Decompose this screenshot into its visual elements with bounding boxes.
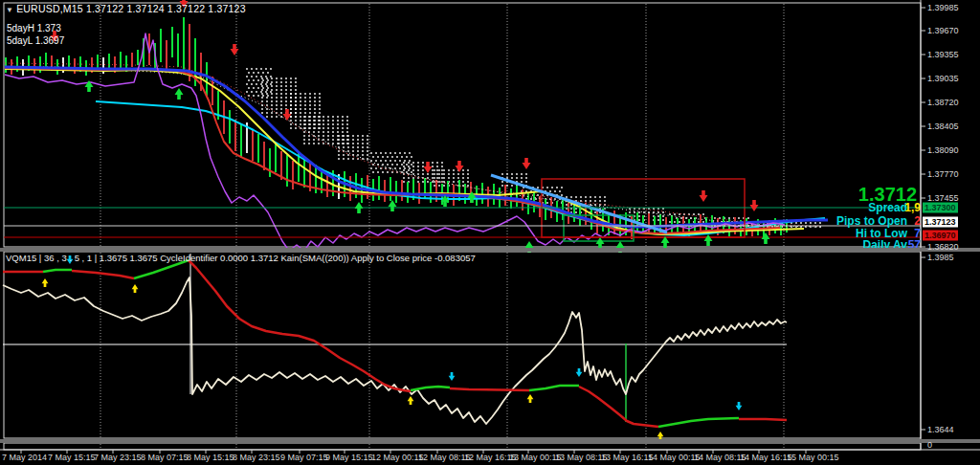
time-axis-label: 9 May 07:15 — [280, 453, 328, 462]
time-axis-label: 13 May 16:15 — [601, 453, 654, 462]
time-axis-label: 15 May 00:15 — [787, 453, 839, 462]
time-axis-label: 9 May 15:15 — [325, 453, 373, 462]
price-axis-label: 1.39985 — [927, 3, 959, 12]
price-axis-label: 1.37455 — [927, 193, 959, 203]
time-axis-label: 12 May 00:15 — [371, 453, 424, 462]
price-axis-label: 1.38090 — [927, 145, 959, 155]
chart-canvas[interactable] — [0, 0, 980, 465]
time-axis-label: 14 May 08:15 — [694, 453, 746, 462]
price-axis-label: 1.39355 — [927, 50, 959, 59]
time-axis-label: 7 May 15:15 — [48, 453, 96, 462]
price-axis[interactable]: 1.399851.396701.393551.390351.387201.384… — [922, 0, 980, 450]
symbol-ohlc-text: EURUSD,M15 1.37122 1.37124 1.37122 1.371… — [16, 3, 246, 14]
info-row-value: 2 — [896, 214, 921, 228]
window-separator-bottom[interactable] — [0, 439, 980, 443]
price-axis-marker: 1.37123 — [923, 217, 958, 228]
time-axis[interactable]: 7 May 20147 May 15:157 May 23:158 May 07… — [0, 451, 980, 465]
five-day-low-label: 5dayL 1.3697 — [7, 35, 64, 46]
price-axis-marker: 1.37300 — [923, 203, 958, 213]
time-axis-label: 8 May 07:15 — [141, 453, 189, 462]
time-axis-label: 12 May 08:15 — [418, 453, 471, 462]
price-axis-label: 1.36820 — [927, 242, 959, 252]
price-axis-label: 1.3644 — [927, 425, 954, 434]
time-axis-label: 14 May 16:15 — [740, 453, 792, 462]
info-row-value: 1,9 — [896, 201, 921, 214]
time-axis-label: 13 May 08:15 — [555, 453, 608, 462]
price-axis-label: 1.39670 — [927, 26, 959, 35]
time-axis-label: 14 May 00:15 — [648, 453, 701, 462]
time-axis-label: 7 May 23:15 — [94, 453, 142, 462]
time-axis-label: 13 May 00:15 — [509, 453, 562, 462]
mt4-chart-window: ▼EURUSD,M15 1.37122 1.37124 1.37122 1.37… — [0, 0, 980, 465]
chart-title: ▼EURUSD,M15 1.37122 1.37124 1.37122 1.37… — [6, 3, 246, 14]
time-axis-label: 8 May 23:15 — [233, 453, 280, 462]
price-axis-label: 1.37770 — [927, 169, 959, 179]
price-axis-label: 1.3985 — [927, 253, 954, 262]
price-axis-label: 1.39035 — [927, 74, 959, 83]
five-day-high-label: 5dayH 1.373 — [7, 23, 61, 33]
price-axis-marker: 1.36970 — [923, 231, 958, 241]
indicator-settings-label: VQM15 | 36 , 3 . 5 , 1 | 1.3675 1.3675 C… — [6, 253, 476, 263]
price-axis-label: 1.38405 — [927, 122, 959, 131]
time-axis-label: 8 May 15:15 — [187, 453, 234, 462]
price-axis-label: 1.38720 — [927, 98, 959, 107]
window-separator-top[interactable] — [0, 248, 980, 252]
chart-menu-icon[interactable]: ▼ — [6, 6, 13, 14]
time-axis-label: 7 May 2014 — [2, 453, 47, 462]
